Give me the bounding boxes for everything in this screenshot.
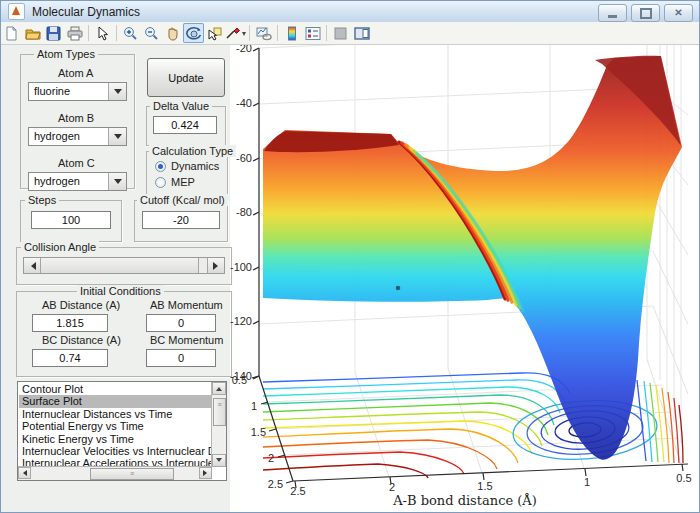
rotate-3d-icon <box>186 26 202 41</box>
ab-distance-field[interactable]: 1.815 <box>32 314 108 332</box>
arrow-right-icon <box>203 470 210 476</box>
list-item[interactable]: Kinetic Energy vs Time <box>19 433 211 445</box>
open-file-button[interactable] <box>22 23 43 43</box>
radio-unselected-icon <box>155 177 166 188</box>
maximize-button[interactable] <box>631 4 660 22</box>
rotate-3d-button[interactable] <box>183 23 204 43</box>
atom-types-title: Atom Types <box>34 48 98 60</box>
scroll-down-button[interactable] <box>212 454 226 467</box>
atom-c-dropdown[interactable]: hydrogen <box>28 172 127 191</box>
open-file-icon <box>25 26 41 41</box>
new-file-icon <box>4 26 19 41</box>
save-button[interactable] <box>43 23 64 43</box>
x-tick: 0.5 <box>676 472 691 484</box>
vertical-scroll-thumb[interactable]: ≡ <box>213 398 226 426</box>
window-title: Molecular Dynamics <box>32 5 140 19</box>
z-tick: -120 <box>230 315 252 327</box>
thumb-grip: ≡ <box>214 401 225 408</box>
colorbar-button[interactable] <box>281 23 302 43</box>
z-tick: -40 <box>236 97 252 109</box>
pointer-tool-button[interactable] <box>92 23 113 43</box>
colorbar-icon <box>286 26 298 41</box>
dropdown-button[interactable] <box>108 173 126 190</box>
steps-panel: Steps 100 <box>20 200 122 242</box>
radio-selected-icon <box>155 161 166 172</box>
brush-button[interactable] <box>225 23 246 43</box>
slider-left-arrow[interactable] <box>24 258 41 273</box>
z-tick: -60 <box>236 152 252 164</box>
radio-dynamics[interactable]: Dynamics <box>155 160 219 172</box>
atom-a-value: fluorine <box>29 83 108 100</box>
steps-field[interactable]: 100 <box>31 211 111 229</box>
link-plots-button[interactable] <box>253 23 274 43</box>
atom-a-dropdown[interactable]: fluorine <box>28 82 127 101</box>
list-item[interactable]: Contour Plot <box>19 383 211 395</box>
dropdown-button[interactable] <box>108 83 126 100</box>
arrow-left-icon <box>27 262 36 270</box>
delta-value-title: Delta Value <box>150 100 212 112</box>
cutoff-field[interactable]: -20 <box>142 211 220 229</box>
pan-button[interactable] <box>162 23 183 43</box>
list-item[interactable]: Internuclear Accelerations vs Internucle… <box>19 457 211 466</box>
bc-momentum-label: BC Momentum <box>150 334 223 346</box>
update-button[interactable]: Update <box>147 58 225 97</box>
vertical-scrollbar[interactable]: ≡ <box>211 382 226 467</box>
close-button[interactable]: ✕ <box>664 4 693 22</box>
radio-mep-label: MEP <box>171 176 195 188</box>
link-plots-icon <box>256 26 272 41</box>
collision-angle-slider[interactable] <box>23 257 225 274</box>
scroll-up-button[interactable] <box>212 382 226 395</box>
atom-c-label: Atom C <box>58 157 95 169</box>
horizontal-scroll-thumb[interactable]: ≡ <box>90 468 174 480</box>
radio-mep[interactable]: MEP <box>155 176 195 188</box>
y-tick: 0.5 <box>232 374 247 386</box>
matlab-icon <box>8 3 25 20</box>
show-plot-tools-button[interactable] <box>351 23 372 43</box>
list-item[interactable]: Internuclear Distances vs Time <box>19 408 211 420</box>
atom-a-label: Atom A <box>58 67 93 79</box>
minimize-button[interactable] <box>598 4 627 22</box>
x-tick: 2 <box>389 481 395 493</box>
toolbar-separator <box>116 25 117 41</box>
slider-right-arrow[interactable] <box>207 258 224 273</box>
delta-value-field[interactable]: 0.424 <box>153 116 217 134</box>
y-tick: 2.5 <box>268 478 283 490</box>
x-tick: 1.5 <box>477 480 492 492</box>
show-plot-tools-icon <box>354 27 370 40</box>
print-button[interactable] <box>64 23 85 43</box>
title-bar[interactable]: Molecular Dynamics ✕ <box>1 1 699 22</box>
legend-button[interactable] <box>302 23 323 43</box>
initial-conditions-title: Initial Conditions <box>77 285 164 297</box>
plot-type-listbox[interactable]: Contour Plot Surface Plot Internuclear D… <box>17 381 227 481</box>
surface-plot-axes[interactable]: -20 -40 -60 -80 -100 -120 -140 0.5 1 1.5… <box>230 45 698 511</box>
arrow-left-icon <box>20 470 27 476</box>
zoom-in-button[interactable] <box>120 23 141 43</box>
calculation-type-panel: Calculation Type Dynamics MEP <box>146 151 228 195</box>
atom-b-dropdown[interactable]: hydrogen <box>28 127 127 146</box>
chevron-down-icon <box>114 134 122 143</box>
horizontal-scrollbar[interactable]: ≡ <box>18 466 212 480</box>
bc-momentum-field[interactable]: 0 <box>146 349 216 367</box>
z-tick: -80 <box>236 206 252 218</box>
zoom-in-icon <box>123 26 138 41</box>
slider-thumb[interactable] <box>41 258 199 273</box>
toolbar-separator <box>88 25 89 41</box>
new-file-button[interactable] <box>1 23 22 43</box>
figure-canvas: Atom Types Atom A fluorine Atom B hydrog… <box>1 45 699 512</box>
collision-angle-title: Collision Angle <box>21 241 99 253</box>
z-tick: -20 <box>236 45 252 54</box>
ab-momentum-field[interactable]: 0 <box>146 314 216 332</box>
hide-plot-tools-button[interactable] <box>330 23 351 43</box>
scroll-left-button[interactable] <box>18 467 31 479</box>
scroll-right-button[interactable] <box>199 467 212 479</box>
list-item-selected[interactable]: Surface Plot <box>19 395 211 407</box>
list-item[interactable]: Potential Energy vs Time <box>19 420 211 432</box>
app-window: Molecular Dynamics ✕ At <box>0 0 700 513</box>
dropdown-button[interactable] <box>108 128 126 145</box>
steps-title: Steps <box>25 194 59 206</box>
bc-distance-field[interactable]: 0.74 <box>32 349 108 367</box>
list-item[interactable]: Internuclear Velocities vs Internuclear … <box>19 445 211 457</box>
zoom-out-button[interactable] <box>141 23 162 43</box>
data-cursor-button[interactable] <box>204 23 225 43</box>
legend-icon <box>305 26 321 41</box>
